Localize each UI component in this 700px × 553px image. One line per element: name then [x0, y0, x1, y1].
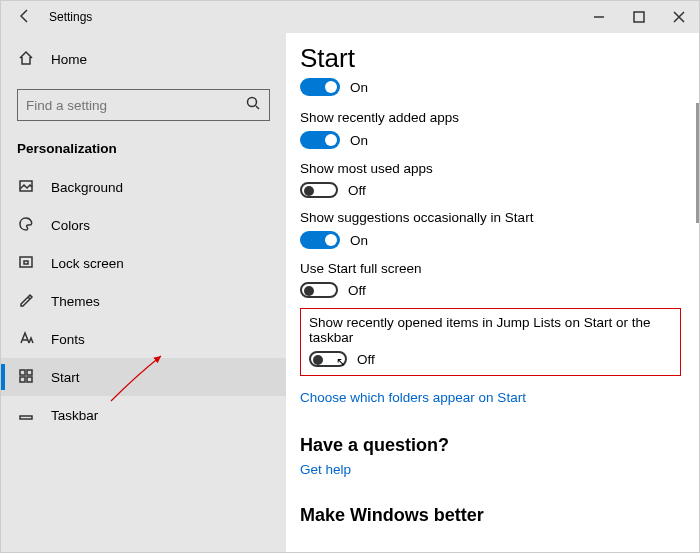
sidebar-item-background[interactable]: Background	[1, 168, 286, 206]
sidebar-item-colors[interactable]: Colors	[1, 206, 286, 244]
titlebar: Settings	[1, 1, 699, 33]
close-button[interactable]	[659, 1, 699, 33]
search-icon	[245, 95, 261, 115]
svg-rect-5	[20, 370, 25, 375]
setting-fullscreen: Use Start full screen Off	[300, 261, 681, 298]
toggle-state: On	[350, 80, 368, 95]
sidebar: Home Personalization Background Colors L…	[1, 33, 286, 552]
setting-label: Show recently opened items in Jump Lists…	[309, 315, 672, 345]
toggle-state: Off	[348, 283, 366, 298]
svg-rect-9	[20, 416, 32, 419]
setting-label: Show suggestions occasionally in Start	[300, 210, 681, 225]
svg-rect-8	[27, 377, 32, 382]
setting-most-used: Show most used apps Off	[300, 161, 681, 198]
setting-label: Show recently added apps	[300, 110, 681, 125]
sidebar-item-fonts[interactable]: Fonts	[1, 320, 286, 358]
fonts-icon	[17, 330, 35, 349]
question-heading: Have a question?	[300, 435, 681, 456]
setting-label: Show most used apps	[300, 161, 681, 176]
home-icon	[17, 50, 35, 69]
image-icon	[17, 178, 35, 197]
svg-point-1	[248, 98, 257, 107]
home-nav[interactable]: Home	[1, 41, 286, 77]
maximize-button[interactable]	[619, 1, 659, 33]
sidebar-item-label: Taskbar	[51, 408, 98, 423]
themes-icon	[17, 292, 35, 311]
better-heading: Make Windows better	[300, 505, 681, 526]
setting-recently-added: Show recently added apps On	[300, 110, 681, 149]
setting-suggestions: Show suggestions occasionally in Start O…	[300, 210, 681, 249]
page-title: Start	[300, 43, 681, 74]
toggle-switch[interactable]	[300, 231, 340, 249]
search-box[interactable]	[17, 89, 270, 121]
toggle-switch[interactable]	[300, 78, 340, 96]
sidebar-item-label: Background	[51, 180, 123, 195]
palette-icon	[17, 216, 35, 235]
toggle-switch[interactable]	[300, 182, 338, 198]
sidebar-item-label: Fonts	[51, 332, 85, 347]
toggle-state: On	[350, 233, 368, 248]
svg-rect-0	[634, 12, 644, 22]
back-button[interactable]	[9, 8, 41, 27]
toggle-state: Off	[357, 352, 375, 367]
cursor-icon: ↖	[336, 355, 346, 369]
svg-rect-6	[27, 370, 32, 375]
svg-rect-4	[24, 261, 28, 264]
toggle-state: On	[350, 133, 368, 148]
category-header: Personalization	[1, 133, 286, 168]
svg-rect-3	[20, 257, 32, 267]
toggle-state: Off	[348, 183, 366, 198]
start-icon	[17, 368, 35, 387]
content-pane: Start On Show recently added apps On Sho…	[286, 33, 699, 552]
sidebar-item-label: Themes	[51, 294, 100, 309]
toggle-switch[interactable]	[300, 131, 340, 149]
svg-rect-7	[20, 377, 25, 382]
sidebar-item-label: Colors	[51, 218, 90, 233]
taskbar-icon	[17, 406, 35, 425]
home-label: Home	[51, 52, 87, 67]
folders-link[interactable]: Choose which folders appear on Start	[300, 390, 681, 405]
sidebar-item-start[interactable]: Start	[1, 358, 286, 396]
lock-icon	[17, 254, 35, 273]
window-title: Settings	[41, 10, 92, 24]
get-help-link[interactable]: Get help	[300, 462, 681, 477]
scrollbar[interactable]	[696, 103, 699, 223]
highlighted-setting: Show recently opened items in Jump Lists…	[300, 308, 681, 376]
partial-setting: On	[300, 76, 681, 98]
sidebar-item-lockscreen[interactable]: Lock screen	[1, 244, 286, 282]
minimize-button[interactable]	[579, 1, 619, 33]
toggle-switch[interactable]	[300, 282, 338, 298]
sidebar-item-label: Lock screen	[51, 256, 124, 271]
search-input[interactable]	[26, 98, 245, 113]
sidebar-item-themes[interactable]: Themes	[1, 282, 286, 320]
sidebar-item-taskbar[interactable]: Taskbar	[1, 396, 286, 434]
setting-label: Use Start full screen	[300, 261, 681, 276]
sidebar-item-label: Start	[51, 370, 80, 385]
